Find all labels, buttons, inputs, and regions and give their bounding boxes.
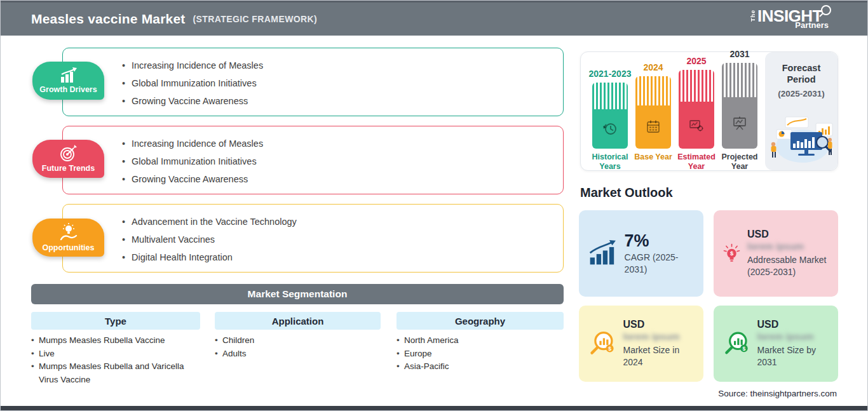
- infographic-page: Measles vaccine Market (STRATEGIC FRAMEW…: [0, 0, 868, 411]
- list-item: Live: [31, 347, 198, 361]
- opportunities-badge: Opportunities: [32, 219, 104, 257]
- cagr-card: 7% CAGR (2025-2031): [579, 210, 703, 297]
- segment-header-geography: Geography: [397, 312, 564, 330]
- list-item: Increasing Incidence of Measles: [122, 57, 563, 74]
- card-caption: Market Size by 2031: [757, 344, 829, 368]
- bar-caption: Estimated Year: [672, 152, 721, 171]
- market-segmentation-bar: Market Segmentation: [31, 284, 564, 304]
- logo-the-text: The: [750, 10, 756, 22]
- bar-caption: Projected Year: [715, 152, 764, 171]
- opportunities-box: Advancement in the Vaccine Technology Mu…: [62, 204, 564, 273]
- opportunities-list: Advancement in the Vaccine Technology Mu…: [122, 213, 563, 266]
- future-trends-badge: Future Trends: [32, 140, 104, 178]
- blurred-value: lorem ipsum: [757, 330, 829, 343]
- badge-label: Growth Drivers: [39, 85, 97, 94]
- segment-header-type: Type: [31, 312, 200, 330]
- forecast-period-panel: Forecast Period (2025-2031): [765, 52, 837, 170]
- market-size-2031-card: $ USD lorem ipsum Market Size by 2031: [714, 306, 838, 382]
- list-item: North America: [397, 334, 549, 347]
- card-caption: Market Size in 2024: [623, 344, 695, 368]
- bar-caption: Base Year: [629, 152, 677, 162]
- list-item: Global Immunization Initiatives: [122, 152, 563, 170]
- growth-drivers-list: Increasing Incidence of Measles Global I…: [122, 57, 563, 110]
- header-bar: Measles vaccine Market (STRATEGIC FRAMEW…: [1, 1, 867, 36]
- list-item: Children: [215, 334, 367, 347]
- segment-list-type: Mumps Measles Rubella Vaccine Live Mumps…: [31, 334, 198, 386]
- page-subtitle: (STRATEGIC FRAMEWORK): [193, 14, 318, 24]
- list-item: Advancement in the Vaccine Technology: [122, 213, 563, 231]
- bar-year-label: 2031: [714, 49, 765, 59]
- list-item: Mumps Measles Rubella Vaccine: [31, 334, 198, 347]
- badge-label: Future Trends: [42, 164, 95, 173]
- list-item: Europe: [397, 347, 549, 361]
- forecast-period-title: Forecast Period: [765, 62, 837, 85]
- bulb-dollar-icon: $: [722, 238, 741, 269]
- target-dart-icon: [59, 145, 78, 163]
- list-item: Growing Vaccine Awareness: [122, 92, 563, 110]
- badge-label: Opportunities: [43, 243, 95, 252]
- estimated-year-bar: [679, 70, 714, 149]
- bulb-hand-icon: [58, 223, 79, 242]
- future-trends-box: Increasing Incidence of Measles Global I…: [62, 126, 564, 194]
- analytics-illustration: [768, 113, 835, 165]
- history-clock-icon: [601, 120, 619, 138]
- years-timeline-card: Forecast Period (2025-2031): [580, 51, 838, 171]
- usd-label: USD: [623, 319, 695, 330]
- magnifier-chart-icon: $: [722, 328, 750, 360]
- card-caption: Addressable Market (2025-2031): [747, 254, 829, 278]
- growth-drivers-box: Increasing Incidence of Measles Global I…: [62, 48, 564, 116]
- blurred-value: lorem ipsum: [623, 330, 695, 343]
- market-size-2024-card: $ USD lorem ipsum Market Size in 2024: [579, 306, 703, 382]
- projection-screen-icon: [731, 114, 749, 132]
- chart-gear-icon: [688, 116, 705, 134]
- list-item: Mumps Measles Rubella and Varicella Viru…: [31, 360, 198, 386]
- blurred-value: lorem ipsum: [747, 240, 829, 253]
- magnifier-chart-icon: $: [588, 328, 616, 360]
- growth-chart-icon: [58, 67, 79, 84]
- segment-header-application: Application: [215, 312, 381, 330]
- insight-partners-logo: The INSIGHT Partners: [750, 8, 832, 30]
- page-title: Measles vaccine Market: [31, 11, 186, 27]
- magnifier-lens-icon: [818, 4, 832, 18]
- addressable-market-card: $ USD lorem ipsum Addressable Market (20…: [714, 210, 838, 297]
- list-item: Increasing Incidence of Measles: [122, 135, 563, 152]
- list-item: Growing Vaccine Awareness: [122, 170, 563, 188]
- market-outlook-title: Market Outlook: [580, 185, 673, 200]
- historical-years-bar: [592, 83, 628, 149]
- bar-caption: Historical Years: [586, 152, 634, 171]
- bottom-border-strip: [1, 406, 867, 410]
- svg-text:$: $: [608, 346, 611, 352]
- usd-label: USD: [747, 229, 829, 240]
- forecast-period-range: (2025-2031): [765, 89, 837, 98]
- cagr-label: CAGR (2025-2031): [625, 252, 695, 276]
- segment-list-application: Children Adults: [215, 334, 367, 360]
- calendar-icon: [644, 118, 662, 136]
- segment-list-geography: North America Europe Asia-Pacific: [397, 334, 549, 374]
- list-item: Digital Health Integration: [122, 248, 563, 266]
- future-trends-list: Increasing Incidence of Measles Global I…: [122, 135, 563, 188]
- list-item: Global Immunization Initiatives: [122, 74, 563, 92]
- usd-label: USD: [757, 319, 829, 330]
- svg-text:$: $: [730, 250, 734, 257]
- segmentation-title: Market Segmentation: [248, 288, 348, 300]
- projected-year-bar: [722, 63, 757, 149]
- base-year-bar: [635, 76, 671, 149]
- list-item: Asia-Pacific: [397, 360, 549, 374]
- svg-text:$: $: [743, 346, 746, 352]
- growth-drivers-badge: Growth Drivers: [32, 62, 104, 100]
- growth-bars-arrow-icon: [588, 239, 618, 268]
- list-item: Multivalent Vaccines: [122, 231, 563, 248]
- list-item: Adults: [215, 347, 367, 361]
- cagr-value: 7%: [625, 231, 695, 250]
- source-attribution: Source: theinsightpartners.com: [718, 389, 837, 398]
